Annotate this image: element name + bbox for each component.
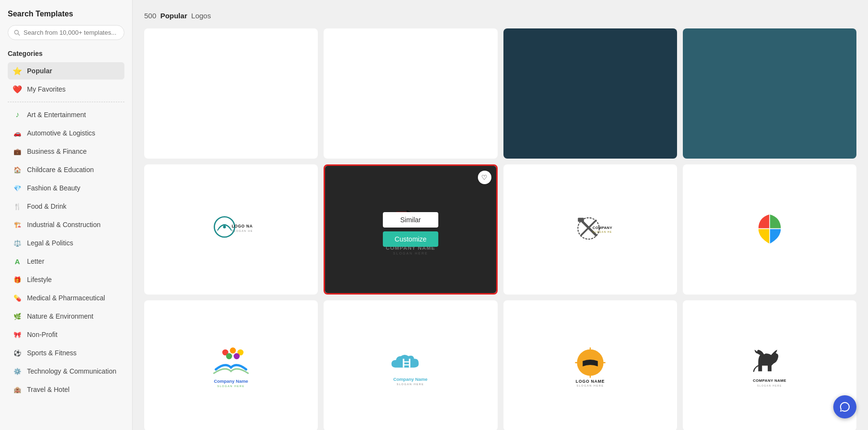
sidebar-item-label: Food & Drink: [27, 202, 67, 210]
sidebar-item-label: Industrial & Construction: [27, 221, 101, 228]
sidebar-item-industrial[interactable]: 🏗️ Industrial & Construction: [8, 216, 124, 233]
main-content: 500 Popular Logos: [133, 0, 868, 430]
travel-icon: 🏨: [13, 385, 22, 394]
industrial-icon: 🏗️: [13, 220, 22, 229]
categories-label: Categories: [8, 50, 124, 57]
svg-rect-10: [578, 218, 583, 222]
sidebar-item-business[interactable]: 💼 Business & Finance: [8, 143, 124, 160]
svg-text:Company Name: Company Name: [393, 376, 428, 382]
search-icon: [14, 29, 20, 36]
search-input[interactable]: [24, 29, 118, 36]
logo-card-pen[interactable]: ♡ Similar Customize COMPANY NAME SLOGAN …: [324, 164, 497, 295]
sidebar-item-label: Automotive & Logistics: [27, 129, 95, 137]
sidebar-item-label: Letter: [27, 257, 44, 265]
svg-line-1: [18, 33, 20, 35]
chat-icon: [839, 401, 851, 413]
sidebar: Search Templates Categories ⭐ Popular ❤️…: [0, 0, 133, 430]
sidebar-item-medical[interactable]: 💊 Medical & Pharmaceutical: [8, 289, 124, 307]
sidebar-item-label: Legal & Politics: [27, 239, 73, 247]
sidebar-item-tech[interactable]: ⚙️ Technology & Communication: [8, 363, 124, 380]
overlay-buttons: Similar Customize: [383, 212, 438, 247]
logo-card-4[interactable]: [683, 28, 856, 159]
sidebar-item-travel[interactable]: 🏨 Travel & Hotel: [8, 381, 124, 398]
sidebar-item-label: Nature & Environment: [27, 312, 94, 320]
sports-icon: ⚽: [13, 348, 22, 358]
tools-logo-svg: COMPANY NAME SLOGAN HERE: [569, 210, 612, 249]
nonprofit-icon: 🎀: [13, 330, 22, 339]
sidebar-item-label: Lifestyle: [27, 276, 52, 283]
sidebar-item-childcare[interactable]: 🏠 Childcare & Education: [8, 161, 124, 178]
fashion-icon: 💎: [13, 183, 22, 193]
business-icon: 💼: [13, 147, 22, 156]
tech-icon: ⚙️: [13, 366, 22, 376]
svg-point-0: [14, 30, 18, 34]
results-header: 500 Popular Logos: [144, 12, 856, 20]
sidebar-item-food[interactable]: 🍴 Food & Drink: [8, 198, 124, 215]
results-label: Popular: [160, 12, 187, 20]
cloud-logo-svg: Company Name SLOGAN HERE: [384, 343, 437, 389]
bull-logo-svg: COMPANY NAME SLOGAN HERE: [743, 343, 796, 389]
sidebar-item-label: Art & Entertainment: [27, 111, 86, 119]
sidebar-item-label: Non-Profit: [27, 331, 57, 338]
svg-point-18: [230, 348, 236, 354]
sidebar-item-sports[interactable]: ⚽ Sports & Fitness: [8, 344, 124, 362]
sidebar-item-my-favorites[interactable]: ❤️ My Favorites: [8, 81, 124, 98]
childcare-icon: 🏠: [13, 165, 22, 175]
sidebar-item-label: Medical & Pharmaceutical: [27, 294, 105, 302]
logo-card-3[interactable]: [503, 28, 677, 159]
svg-text:SLOGAN HERE: SLOGAN HERE: [592, 231, 611, 233]
sidebar-item-lifestyle[interactable]: 🎁 Lifestyle: [8, 271, 124, 288]
sidebar-item-nature[interactable]: 🌿 Nature & Environment: [8, 308, 124, 325]
chat-button[interactable]: [833, 395, 856, 418]
favorite-button[interactable]: ♡: [478, 171, 491, 184]
sidebar-item-label: Business & Finance: [27, 148, 87, 155]
sidebar-item-label: Childcare & Education: [27, 166, 94, 174]
sidebar-item-label: Fashion & Beauty: [27, 184, 81, 192]
results-count: 500: [144, 12, 156, 20]
lock-logo-svg: LOGO NAME SLOGAN HERE: [209, 210, 253, 249]
results-suffix: Logos: [191, 12, 211, 20]
shield-logo-svg: Company Name SLOGAN HERE: [748, 210, 791, 249]
svg-text:SLOGAN HERE: SLOGAN HERE: [217, 385, 245, 388]
svg-text:LOGO NAME: LOGO NAME: [575, 379, 604, 384]
logo-grid: LOGO NAME SLOGAN HERE ♡ Similar Customiz…: [144, 28, 856, 430]
logo-card-sun[interactable]: LOGO NAME SLOGAN HERE: [503, 300, 677, 430]
logo-card-tools[interactable]: COMPANY NAME SLOGAN HERE: [503, 164, 677, 295]
svg-point-21: [234, 353, 240, 360]
svg-text:Company Name: Company Name: [214, 378, 248, 384]
nature-icon: 🌿: [13, 311, 22, 321]
sidebar-title: Search Templates: [8, 10, 124, 18]
logo-card-2[interactable]: [324, 28, 497, 159]
logo-card-1[interactable]: [144, 28, 318, 159]
logo-card-bull[interactable]: COMPANY NAME SLOGAN HERE: [683, 300, 856, 430]
svg-point-3: [223, 226, 226, 228]
sidebar-item-legal[interactable]: ⚖️ Legal & Politics: [8, 234, 124, 252]
sidebar-item-label: Sports & Fitness: [27, 349, 77, 357]
sidebar-item-auto[interactable]: 🚗 Automotive & Logistics: [8, 124, 124, 142]
similar-button[interactable]: Similar: [383, 212, 438, 228]
people-logo-svg: Company Name SLOGAN HERE: [204, 343, 258, 389]
sidebar-item-fashion[interactable]: 💎 Fashion & Beauty: [8, 179, 124, 197]
sidebar-item-label: Travel & Hotel: [27, 386, 69, 393]
sidebar-item-nonprofit[interactable]: 🎀 Non-Profit: [8, 326, 124, 343]
logo-card-shield[interactable]: Company Name SLOGAN HERE: [683, 164, 856, 295]
popular-icon: ⭐: [13, 66, 22, 76]
logo-card-people[interactable]: Company Name SLOGAN HERE: [144, 300, 318, 430]
legal-icon: ⚖️: [13, 238, 22, 248]
sidebar-item-letter[interactable]: A Letter: [8, 253, 124, 270]
svg-text:LOGO NAME: LOGO NAME: [232, 225, 253, 229]
lifestyle-icon: 🎁: [13, 275, 22, 284]
customize-button[interactable]: Customize: [383, 231, 438, 247]
svg-text:SLOGAN HERE: SLOGAN HERE: [397, 383, 424, 386]
auto-icon: 🚗: [13, 128, 22, 138]
art-icon: ♪: [13, 110, 22, 120]
sidebar-item-popular[interactable]: ⭐ Popular: [8, 62, 124, 80]
category-divider: [8, 102, 124, 102]
search-box[interactable]: [8, 25, 124, 40]
logo-card-cloud[interactable]: Company Name SLOGAN HERE: [324, 300, 497, 430]
sidebar-item-label: Technology & Communication: [27, 367, 116, 375]
sidebar-item-art[interactable]: ♪ Art & Entertainment: [8, 106, 124, 123]
logo-card-lock[interactable]: LOGO NAME SLOGAN HERE: [144, 164, 318, 295]
svg-text:SLOGAN HERE: SLOGAN HERE: [576, 384, 604, 387]
medical-icon: 💊: [13, 293, 22, 303]
